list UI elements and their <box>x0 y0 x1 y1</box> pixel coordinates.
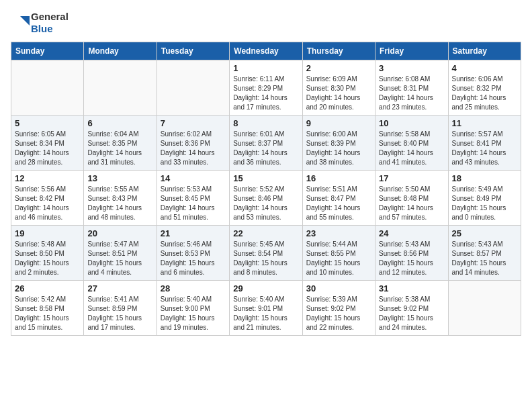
day-number: 29 <box>233 283 298 293</box>
day-cell: 2Sunrise: 6:09 AM Sunset: 8:30 PM Daylig… <box>302 60 375 116</box>
day-number: 30 <box>306 283 371 293</box>
week-row-5: 26Sunrise: 5:42 AM Sunset: 8:58 PM Dayli… <box>11 281 521 336</box>
day-number: 24 <box>379 228 444 238</box>
day-info: Sunrise: 5:45 AM Sunset: 8:54 PM Dayligh… <box>233 240 298 277</box>
day-number: 27 <box>87 283 152 293</box>
day-number: 10 <box>379 118 444 128</box>
day-cell: 11Sunrise: 5:57 AM Sunset: 8:41 PM Dayli… <box>448 116 521 171</box>
day-number: 16 <box>306 173 371 183</box>
day-cell: 20Sunrise: 5:47 AM Sunset: 8:51 PM Dayli… <box>84 226 157 281</box>
day-number: 11 <box>452 118 517 128</box>
day-cell: 12Sunrise: 5:56 AM Sunset: 8:42 PM Dayli… <box>11 171 84 226</box>
day-info: Sunrise: 6:04 AM Sunset: 8:35 PM Dayligh… <box>87 130 152 167</box>
day-cell: 28Sunrise: 5:40 AM Sunset: 9:00 PM Dayli… <box>157 281 229 336</box>
col-header-friday: Friday <box>375 42 448 60</box>
day-info: Sunrise: 6:09 AM Sunset: 8:30 PM Dayligh… <box>306 75 371 112</box>
day-number: 5 <box>15 118 80 128</box>
day-number: 12 <box>15 173 80 183</box>
calendar-table: SundayMondayTuesdayWednesdayThursdayFrid… <box>11 42 521 336</box>
page-header: GeneralBlue <box>11 11 521 35</box>
day-cell <box>84 60 157 116</box>
day-info: Sunrise: 6:11 AM Sunset: 8:29 PM Dayligh… <box>233 75 298 112</box>
day-info: Sunrise: 5:47 AM Sunset: 8:51 PM Dayligh… <box>87 240 152 277</box>
day-number: 8 <box>233 118 298 128</box>
header-row: SundayMondayTuesdayWednesdayThursdayFrid… <box>11 42 521 60</box>
day-number: 31 <box>379 283 444 293</box>
day-info: Sunrise: 5:50 AM Sunset: 8:48 PM Dayligh… <box>379 185 444 222</box>
day-cell: 14Sunrise: 5:53 AM Sunset: 8:45 PM Dayli… <box>157 171 229 226</box>
day-cell: 27Sunrise: 5:41 AM Sunset: 8:59 PM Dayli… <box>84 281 157 336</box>
day-info: Sunrise: 6:08 AM Sunset: 8:31 PM Dayligh… <box>379 75 444 112</box>
day-number: 9 <box>306 118 371 128</box>
day-cell: 5Sunrise: 6:05 AM Sunset: 8:34 PM Daylig… <box>11 116 84 171</box>
day-cell: 25Sunrise: 5:43 AM Sunset: 8:57 PM Dayli… <box>448 226 521 281</box>
day-info: Sunrise: 5:41 AM Sunset: 8:59 PM Dayligh… <box>87 295 152 332</box>
day-info: Sunrise: 5:52 AM Sunset: 8:46 PM Dayligh… <box>233 185 298 222</box>
day-number: 13 <box>87 173 152 183</box>
day-cell: 18Sunrise: 5:49 AM Sunset: 8:49 PM Dayli… <box>448 171 521 226</box>
day-info: Sunrise: 6:05 AM Sunset: 8:34 PM Dayligh… <box>15 130 80 167</box>
col-header-monday: Monday <box>84 42 157 60</box>
day-number: 20 <box>87 228 152 238</box>
day-number: 6 <box>87 118 152 128</box>
logo: GeneralBlue <box>11 11 69 35</box>
day-number: 18 <box>452 173 517 183</box>
day-number: 2 <box>306 63 371 73</box>
day-cell <box>448 281 521 336</box>
logo-flag-icon <box>11 13 30 32</box>
day-cell: 29Sunrise: 5:40 AM Sunset: 9:01 PM Dayli… <box>230 281 302 336</box>
day-number: 17 <box>379 173 444 183</box>
day-cell: 8Sunrise: 6:01 AM Sunset: 8:37 PM Daylig… <box>230 116 302 171</box>
day-number: 26 <box>15 283 80 293</box>
col-header-tuesday: Tuesday <box>157 42 229 60</box>
week-row-2: 5Sunrise: 6:05 AM Sunset: 8:34 PM Daylig… <box>11 116 521 171</box>
day-cell: 23Sunrise: 5:44 AM Sunset: 8:55 PM Dayli… <box>302 226 375 281</box>
week-row-4: 19Sunrise: 5:48 AM Sunset: 8:50 PM Dayli… <box>11 226 521 281</box>
day-number: 22 <box>233 228 298 238</box>
day-info: Sunrise: 5:43 AM Sunset: 8:56 PM Dayligh… <box>379 240 444 277</box>
day-cell: 7Sunrise: 6:02 AM Sunset: 8:36 PM Daylig… <box>157 116 229 171</box>
day-info: Sunrise: 5:42 AM Sunset: 8:58 PM Dayligh… <box>15 295 80 332</box>
day-info: Sunrise: 5:57 AM Sunset: 8:41 PM Dayligh… <box>452 130 517 167</box>
week-row-1: 1Sunrise: 6:11 AM Sunset: 8:29 PM Daylig… <box>11 60 521 116</box>
day-cell: 21Sunrise: 5:46 AM Sunset: 8:53 PM Dayli… <box>157 226 229 281</box>
day-info: Sunrise: 5:44 AM Sunset: 8:55 PM Dayligh… <box>306 240 371 277</box>
day-number: 21 <box>161 228 226 238</box>
day-number: 25 <box>452 228 517 238</box>
week-row-3: 12Sunrise: 5:56 AM Sunset: 8:42 PM Dayli… <box>11 171 521 226</box>
day-cell: 16Sunrise: 5:51 AM Sunset: 8:47 PM Dayli… <box>302 171 375 226</box>
day-info: Sunrise: 5:40 AM Sunset: 9:00 PM Dayligh… <box>161 295 226 332</box>
day-number: 19 <box>15 228 80 238</box>
day-cell: 4Sunrise: 6:06 AM Sunset: 8:32 PM Daylig… <box>448 60 521 116</box>
day-number: 3 <box>379 63 444 73</box>
day-info: Sunrise: 6:01 AM Sunset: 8:37 PM Dayligh… <box>233 130 298 167</box>
day-info: Sunrise: 5:49 AM Sunset: 8:49 PM Dayligh… <box>452 185 517 222</box>
col-header-saturday: Saturday <box>448 42 521 60</box>
col-header-sunday: Sunday <box>11 42 84 60</box>
day-info: Sunrise: 5:56 AM Sunset: 8:42 PM Dayligh… <box>15 185 80 222</box>
day-cell: 15Sunrise: 5:52 AM Sunset: 8:46 PM Dayli… <box>230 171 302 226</box>
day-info: Sunrise: 6:02 AM Sunset: 8:36 PM Dayligh… <box>161 130 226 167</box>
day-info: Sunrise: 5:48 AM Sunset: 8:50 PM Dayligh… <box>15 240 80 277</box>
day-cell <box>157 60 229 116</box>
logo-container: GeneralBlue <box>11 11 69 35</box>
svg-marker-0 <box>20 16 30 26</box>
day-info: Sunrise: 5:39 AM Sunset: 9:02 PM Dayligh… <box>306 295 371 332</box>
day-cell: 26Sunrise: 5:42 AM Sunset: 8:58 PM Dayli… <box>11 281 84 336</box>
day-cell: 30Sunrise: 5:39 AM Sunset: 9:02 PM Dayli… <box>302 281 375 336</box>
day-cell: 22Sunrise: 5:45 AM Sunset: 8:54 PM Dayli… <box>230 226 302 281</box>
day-number: 23 <box>306 228 371 238</box>
day-info: Sunrise: 5:58 AM Sunset: 8:40 PM Dayligh… <box>379 130 444 167</box>
day-cell: 24Sunrise: 5:43 AM Sunset: 8:56 PM Dayli… <box>375 226 448 281</box>
day-cell: 13Sunrise: 5:55 AM Sunset: 8:43 PM Dayli… <box>84 171 157 226</box>
day-info: Sunrise: 6:06 AM Sunset: 8:32 PM Dayligh… <box>452 75 517 112</box>
day-number: 1 <box>233 63 298 73</box>
day-info: Sunrise: 5:40 AM Sunset: 9:01 PM Dayligh… <box>233 295 298 332</box>
day-number: 28 <box>161 283 226 293</box>
day-cell: 1Sunrise: 6:11 AM Sunset: 8:29 PM Daylig… <box>230 60 302 116</box>
day-info: Sunrise: 5:46 AM Sunset: 8:53 PM Dayligh… <box>161 240 226 277</box>
day-number: 14 <box>161 173 226 183</box>
day-info: Sunrise: 5:53 AM Sunset: 8:45 PM Dayligh… <box>161 185 226 222</box>
day-info: Sunrise: 5:38 AM Sunset: 9:02 PM Dayligh… <box>379 295 444 332</box>
day-cell: 3Sunrise: 6:08 AM Sunset: 8:31 PM Daylig… <box>375 60 448 116</box>
